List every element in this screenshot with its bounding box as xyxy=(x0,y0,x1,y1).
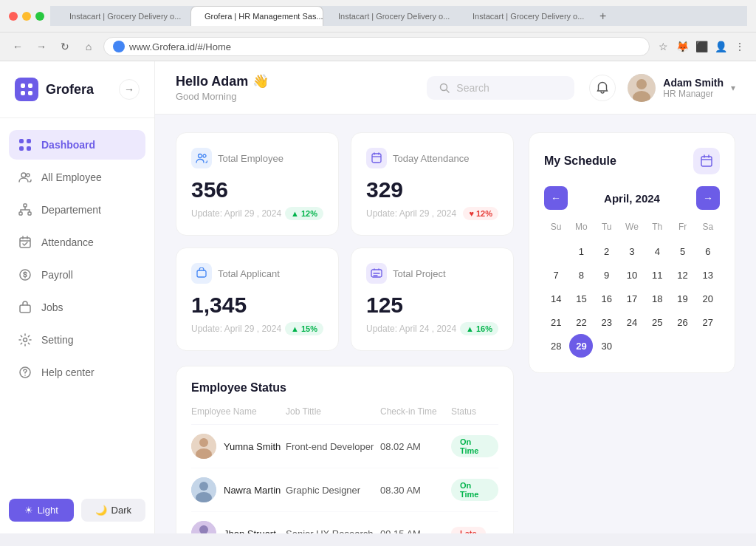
calendar-day-cell[interactable]: 25 xyxy=(645,310,669,334)
calendar-day-cell[interactable]: 19 xyxy=(671,287,695,310)
total-employee-title: Total Employee xyxy=(218,153,284,164)
notification-button[interactable] xyxy=(589,75,616,101)
browser-tab-3[interactable]: Instacart | Grocery Delivery o... ✕ xyxy=(325,7,458,26)
calendar-day-cell[interactable]: 17 xyxy=(620,287,644,310)
calendar-day-cell[interactable]: 13 xyxy=(696,263,720,287)
extensions-icon[interactable]: ⬛ xyxy=(694,39,709,54)
all-employee-label: All Employee xyxy=(41,171,102,183)
reload-button[interactable]: ↻ xyxy=(56,38,74,55)
calendar-day-cell[interactable]: 12 xyxy=(671,263,695,287)
calendar-day-cell[interactable]: 1 xyxy=(569,239,593,263)
maximize-dot[interactable] xyxy=(35,12,44,21)
dashboard-right: My Schedule ← April, 2024 → xyxy=(529,132,735,533)
calendar-day-cell[interactable]: 3 xyxy=(620,239,644,263)
calendar-day-cell[interactable]: 8 xyxy=(569,263,593,287)
minimize-dot[interactable] xyxy=(22,12,31,21)
sidebar-back-button[interactable]: → xyxy=(119,79,140,100)
emp-name-1: Nawra Martin xyxy=(224,485,281,496)
calendar-day-cell[interactable]: 9 xyxy=(595,263,619,287)
sidebar-item-departement[interactable]: Departement xyxy=(9,195,145,225)
stat-card-header-3: Total Project xyxy=(366,263,498,284)
col-job-title: Job Tittle xyxy=(286,406,380,417)
sidebar-item-all-employee[interactable]: All Employee xyxy=(9,163,145,192)
back-button[interactable]: ← xyxy=(9,38,27,55)
total-project-badge: ▲ 16% xyxy=(460,322,498,335)
calendar-day-cell[interactable]: 23 xyxy=(595,310,619,334)
calendar-day-cell[interactable]: 27 xyxy=(696,310,720,334)
calendar-day-cell[interactable]: 26 xyxy=(671,310,695,334)
today-attendance-footer: Update: April 29 , 2024 ♥ 12% xyxy=(366,207,498,220)
address-bar[interactable]: www.Grofera.id/#/Home xyxy=(103,37,650,56)
sidebar-item-jobs[interactable]: Jobs xyxy=(9,293,145,322)
menu-icon[interactable]: ⋮ xyxy=(732,39,747,54)
search-input[interactable]: Search xyxy=(427,76,574,100)
sidebar-item-attendance[interactable]: Attendance xyxy=(9,228,145,257)
settings-icon xyxy=(18,332,32,347)
tab-close-3[interactable]: ✕ xyxy=(457,13,458,21)
calendar-next-button[interactable]: → xyxy=(696,186,720,210)
calendar-day-cell[interactable]: 21 xyxy=(544,310,568,334)
tab-close-1[interactable]: ✕ xyxy=(188,13,189,21)
total-applicant-icon xyxy=(191,263,212,284)
col-status: Status xyxy=(451,406,498,417)
calendar-day-cell[interactable]: 6 xyxy=(696,239,720,263)
svg-rect-1 xyxy=(28,83,32,88)
browser-tab-4[interactable]: Instacart | Grocery Delivery o... ✕ xyxy=(459,7,592,26)
calendar-day-cell[interactable]: 29 xyxy=(569,334,593,358)
calendar-day-cell[interactable]: 28 xyxy=(544,334,568,358)
svg-rect-4 xyxy=(19,139,24,143)
user-info[interactable]: Adam Smith HR Manager ▾ xyxy=(628,74,735,102)
new-tab-button[interactable]: + xyxy=(594,7,612,26)
extension-icon[interactable]: 🦊 xyxy=(675,39,690,54)
calendar-day-cell[interactable]: 15 xyxy=(569,287,593,310)
calendar-day-cell xyxy=(696,334,720,358)
calendar-day-cell[interactable]: 30 xyxy=(595,334,619,358)
avatar-1 xyxy=(191,477,216,502)
svg-rect-3 xyxy=(28,91,32,95)
calendar-nav: ← April, 2024 → xyxy=(544,186,720,210)
svg-point-23 xyxy=(199,154,202,158)
dark-theme-button[interactable]: 🌙 Dark xyxy=(81,499,146,522)
logo-svg xyxy=(20,83,33,96)
calendar-prev-button[interactable]: ← xyxy=(544,186,568,210)
browser-tab-2[interactable]: Grofera | HR Management Sas... ✕ xyxy=(190,6,323,26)
forward-button[interactable]: → xyxy=(32,38,50,55)
total-employee-date: Update: April 29 , 2024 xyxy=(191,208,281,219)
calendar-day-cell[interactable]: 10 xyxy=(620,263,644,287)
browser-tab-1[interactable]: Instacart | Grocery Delivery o... ✕ xyxy=(56,7,189,26)
light-label: Light xyxy=(38,505,58,516)
stat-card-header-1: Today Attendance xyxy=(366,148,498,168)
job-title-0: Front-end Developer xyxy=(286,441,380,452)
status-pill-0: On Time xyxy=(451,435,498,457)
svg-rect-15 xyxy=(20,305,30,313)
calendar-day-cell[interactable]: 7 xyxy=(544,263,568,287)
bookmark-icon[interactable]: ☆ xyxy=(656,39,670,54)
profile-icon[interactable]: 👤 xyxy=(713,39,728,54)
calendar-day-cell[interactable]: 11 xyxy=(645,263,669,287)
job-title-1: Graphic Designer xyxy=(286,485,380,496)
home-button[interactable]: ⌂ xyxy=(80,38,97,55)
close-dot[interactable] xyxy=(9,12,18,21)
tab-close-4[interactable]: ✕ xyxy=(591,13,592,21)
svg-rect-7 xyxy=(27,146,31,151)
calendar-day-cell[interactable]: 18 xyxy=(645,287,669,310)
browser-tabs: Instacart | Grocery Delivery o... ✕ Grof… xyxy=(50,6,747,26)
calendar-day-cell[interactable]: 14 xyxy=(544,287,568,310)
calendar-day-cell[interactable]: 22 xyxy=(569,310,593,334)
sidebar-item-payroll[interactable]: Payroll xyxy=(9,260,145,290)
calendar-day-cell[interactable]: 5 xyxy=(671,239,695,263)
schedule-card: My Schedule ← April, 2024 → xyxy=(529,132,735,373)
light-theme-button[interactable]: ☀ Light xyxy=(9,499,74,522)
calendar-day-cell[interactable]: 20 xyxy=(696,287,720,310)
sidebar: Grofera → Dashboard All xyxy=(0,61,155,533)
calendar-day-cell[interactable]: 4 xyxy=(645,239,669,263)
calendar-day-cell[interactable]: 24 xyxy=(620,310,644,334)
table-row: Jhon Struart Senior UX Research 09.15 AM… xyxy=(191,512,498,533)
schedule-icon-button[interactable] xyxy=(693,148,720,174)
sidebar-item-dashboard[interactable]: Dashboard xyxy=(9,130,145,160)
calendar-day-cell[interactable]: 16 xyxy=(595,287,619,310)
sidebar-item-setting[interactable]: Setting xyxy=(9,325,145,355)
sidebar-item-help[interactable]: Help center xyxy=(9,358,145,387)
user-name: Adam Smith xyxy=(663,77,724,89)
calendar-day-cell[interactable]: 2 xyxy=(595,239,619,263)
